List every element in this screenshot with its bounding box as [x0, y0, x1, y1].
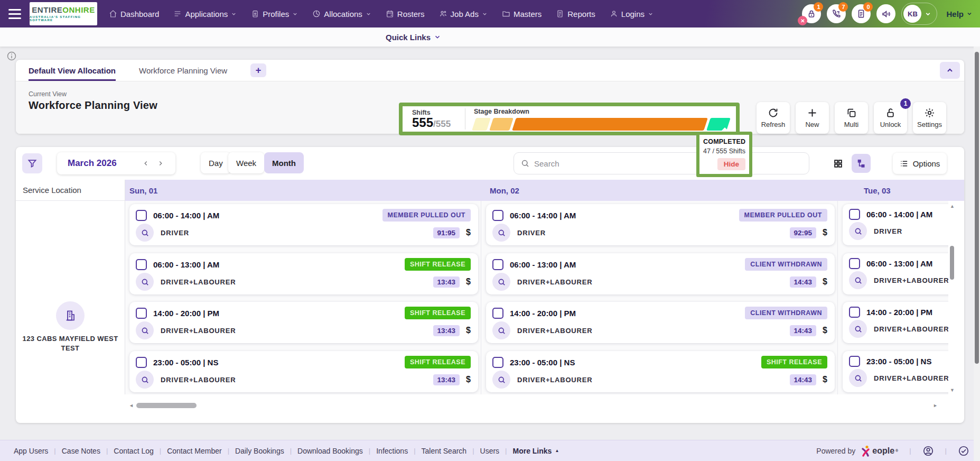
shift-card[interactable]: 23:00 - 05:00 | NS SHIFT RELEASE DRIVER+…	[129, 351, 478, 392]
search-shift-icon[interactable]	[849, 320, 867, 338]
app-logo[interactable]: ENTIREONHIRE AUSTRALIA'S STAFFING SOFTWA…	[30, 2, 97, 25]
footer-link-talent-search[interactable]: Talent Search	[422, 447, 467, 455]
shift-card[interactable]: 06:00 - 13:00 | AM CLIENT WITHDRAWN DRIV…	[486, 253, 835, 294]
tree-view-toggle[interactable]	[852, 154, 871, 173]
shift-checkbox[interactable]	[849, 209, 860, 220]
shift-checkbox[interactable]	[849, 307, 860, 318]
scroll-up-arrow[interactable]: ▲	[950, 204, 955, 209]
shift-card[interactable]: 06:00 - 13:00 | AM DRIVER+LABOURER	[843, 253, 948, 294]
search-shift-icon[interactable]	[136, 224, 154, 242]
shift-checkbox[interactable]	[849, 258, 860, 269]
shift-checkbox[interactable]	[492, 357, 503, 368]
shift-checkbox[interactable]	[492, 308, 503, 319]
search-shift-icon[interactable]	[492, 321, 510, 339]
week-view-button[interactable]: Week	[228, 152, 264, 173]
shift-card[interactable]: 14:00 - 20:00 | PM SHIFT RELEASE DRIVER+…	[129, 302, 478, 343]
nav-item-masters[interactable]: Masters	[502, 10, 542, 19]
hamburger-menu-icon[interactable]	[0, 9, 30, 19]
search-input[interactable]	[534, 159, 802, 168]
stage-breakdown-bar[interactable]	[474, 118, 729, 131]
scroll-left-arrow[interactable]: ◄	[129, 403, 134, 408]
lock-notification-button[interactable]: 1 ✕	[802, 4, 821, 23]
search-shift-icon[interactable]	[492, 224, 510, 242]
profile-circle-icon[interactable]	[922, 445, 934, 457]
footer-link-contact-log[interactable]: Contact Log	[114, 447, 154, 455]
announcements-button[interactable]	[876, 4, 895, 23]
shift-card[interactable]: 23:00 - 05:00 | NS DRIVER+LABOURER	[843, 351, 948, 392]
dismiss-x-badge[interactable]: ✕	[798, 16, 807, 25]
shift-checkbox[interactable]	[849, 356, 860, 367]
shift-card[interactable]: 23:00 - 05:00 | NS SHIFT RELEASE DRIVER+…	[486, 351, 835, 392]
dollar-icon[interactable]: $	[466, 326, 471, 335]
browser-scrollbar-thumb[interactable]	[975, 52, 979, 364]
collapse-panel-button[interactable]	[940, 62, 960, 79]
notes-button[interactable]: 0	[852, 4, 871, 23]
filter-button[interactable]	[22, 153, 42, 173]
help-menu[interactable]: Help	[946, 10, 973, 19]
shift-checkbox[interactable]	[136, 308, 147, 319]
prev-month-button[interactable]	[138, 160, 153, 167]
dollar-icon[interactable]: $	[823, 326, 827, 335]
xeople-logo[interactable]: eople®	[861, 445, 898, 457]
dollar-icon[interactable]: $	[466, 375, 471, 384]
month-view-button[interactable]: Month	[264, 152, 304, 173]
info-icon[interactable]	[6, 51, 17, 63]
nav-item-reports[interactable]: Reports	[556, 10, 595, 19]
nav-item-rosters[interactable]: Rosters	[386, 10, 425, 19]
footer-link-daily-bookings[interactable]: Daily Bookings	[235, 447, 284, 455]
more-links-button[interactable]: More Links ▲	[512, 447, 559, 455]
shift-checkbox[interactable]	[136, 357, 147, 368]
shift-checkbox[interactable]	[136, 210, 147, 221]
next-month-button[interactable]	[153, 160, 168, 167]
tab-default-view-allocation[interactable]: Default View Allocation	[29, 60, 116, 81]
unlock-button[interactable]: 1 Unlock	[874, 102, 907, 134]
shift-card[interactable]: 14:00 - 20:00 | PM DRIVER+LABOURER	[843, 302, 948, 343]
nav-item-job-ads[interactable]: Job Ads	[439, 10, 488, 19]
month-selector[interactable]: March 2026	[57, 152, 175, 174]
scroll-right-arrow[interactable]: ►	[933, 403, 938, 408]
shift-checkbox[interactable]	[492, 210, 503, 221]
scroll-down-arrow[interactable]: ▼	[950, 388, 955, 393]
tab-workforce-planning-view[interactable]: Workforce Planning View	[139, 60, 227, 81]
shift-card[interactable]: 06:00 - 14:00 | AM DRIVER	[843, 204, 948, 245]
footer-link-download-bookings[interactable]: Download Bookings	[297, 447, 363, 455]
dollar-icon[interactable]: $	[823, 228, 827, 237]
call-log-button[interactable]: 7	[827, 4, 846, 23]
search-shift-icon[interactable]	[849, 271, 867, 289]
shift-checkbox[interactable]	[492, 259, 503, 270]
stage-segment-2[interactable]	[489, 118, 514, 131]
shift-card[interactable]: 14:00 - 20:00 | PM CLIENT WITHDRAWN DRIV…	[486, 302, 835, 343]
footer-link-users[interactable]: Users	[480, 447, 500, 455]
nav-item-dashboard[interactable]: Dashboard	[109, 10, 159, 19]
dollar-icon[interactable]: $	[823, 277, 827, 287]
quick-links-toggle[interactable]: Quick Links	[386, 33, 441, 42]
add-view-tab-button[interactable]: +	[250, 63, 266, 77]
nav-item-allocations[interactable]: Allocations	[312, 10, 371, 19]
vertical-scrollbar-thumb[interactable]	[950, 246, 954, 280]
search-shift-icon[interactable]	[849, 222, 867, 240]
refresh-button[interactable]: Refresh	[757, 102, 790, 134]
multi-button[interactable]: Multi	[835, 102, 868, 134]
day-header-sun[interactable]: Sun, 01	[129, 180, 157, 201]
search-shift-icon[interactable]	[136, 321, 154, 339]
check-circle-icon[interactable]	[958, 445, 969, 457]
options-button[interactable]: Options	[893, 153, 947, 174]
settings-button[interactable]: Settings	[913, 102, 946, 134]
dollar-icon[interactable]: $	[466, 277, 471, 287]
new-button[interactable]: New	[796, 102, 829, 134]
day-view-button[interactable]: Day	[201, 152, 231, 173]
nav-item-applications[interactable]: Applications	[173, 10, 237, 19]
browser-scrollbar-track[interactable]	[974, 47, 980, 461]
stage-segment-3[interactable]	[512, 118, 708, 131]
nav-item-logins[interactable]: Logins	[610, 10, 654, 19]
service-location-cell[interactable]: 123 CABS MAYFIELD WEST TEST	[16, 201, 125, 394]
search-shift-icon[interactable]	[492, 273, 510, 291]
search-shift-icon[interactable]	[136, 371, 154, 389]
shift-checkbox[interactable]	[136, 259, 147, 270]
search-shift-icon[interactable]	[492, 371, 510, 389]
day-header-tue[interactable]: Tue, 03	[864, 180, 891, 201]
shift-card[interactable]: 06:00 - 14:00 | AM MEMBER PULLED OUT DRI…	[129, 204, 478, 245]
dollar-icon[interactable]: $	[823, 375, 827, 384]
hide-button[interactable]: Hide	[717, 158, 745, 170]
day-header-mon[interactable]: Mon, 02	[490, 180, 519, 201]
